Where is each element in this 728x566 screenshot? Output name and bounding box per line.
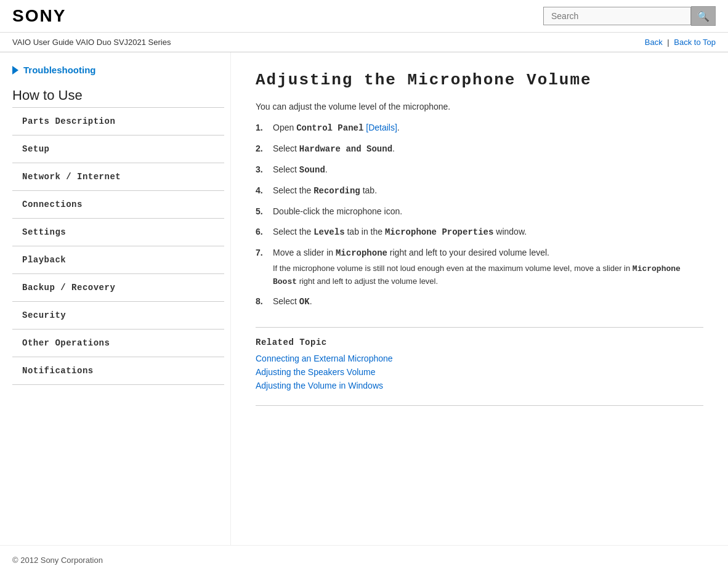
search-area: 🔍 [543, 6, 716, 26]
copyright-text: © 2012 Sony Corporation [12, 556, 103, 565]
main-container: Troubleshooting How to Use Parts Descrip… [0, 52, 728, 545]
step-1-link[interactable]: [Details] [366, 123, 397, 132]
sidebar-section-title[interactable]: Troubleshooting [12, 65, 224, 75]
related-link-1[interactable]: Connecting an External Microphone [256, 354, 703, 363]
step-4: 4. Select the Recording tab. [256, 184, 703, 198]
step-7-sub-bold: Microphone Boost [273, 264, 681, 286]
step-1-bold: Control Panel [296, 123, 363, 133]
step-1-text-before: Open [273, 123, 296, 132]
step-2-text-before: Select [273, 144, 299, 153]
sidebar-main-title: How to Use [12, 87, 224, 103]
step-1: 1. Open Control Panel [Details]. [256, 121, 703, 135]
sidebar-item-settings[interactable]: Settings [12, 219, 224, 246]
sidebar-item-playback[interactable]: Playback [12, 246, 224, 273]
search-button[interactable]: 🔍 [691, 6, 716, 26]
sidebar-item-network-internet[interactable]: Network / Internet [12, 163, 224, 190]
nav-separator: | [667, 38, 669, 47]
step-4-text-after: tab. [360, 185, 377, 195]
step-3-content: Select Sound. [273, 163, 703, 177]
step-8: 8. Select OK. [256, 295, 703, 309]
step-3-bold: Sound [299, 165, 325, 175]
sidebar-item-backup-recovery[interactable]: Backup / Recovery [12, 274, 224, 301]
content-area: Adjusting the Microphone Volume You can … [231, 52, 728, 545]
sidebar-item-security[interactable]: Security [12, 302, 224, 329]
intro-text: You can adjust the volume level of the m… [256, 102, 703, 111]
step-6-content: Select the Levels tab in the Microphone … [273, 225, 703, 239]
step-8-content: Select OK. [273, 295, 703, 309]
sidebar-divider [12, 384, 224, 385]
step-8-text-after: . [310, 296, 312, 306]
step-8-text-before: Select [273, 296, 299, 306]
step-8-bold: OK [299, 297, 310, 307]
step-1-text-after: . [397, 123, 400, 132]
back-link[interactable]: Back [645, 38, 663, 47]
step-7-content: Move a slider in Microphone right and le… [273, 246, 703, 288]
sub-header: VAIO User Guide VAIO Duo SVJ2021 Series … [0, 33, 728, 52]
step-7-bold: Microphone [336, 248, 387, 258]
step-4-text-before: Select the [273, 185, 313, 195]
step-5: 5. Double-click the microphone icon. [256, 205, 703, 218]
step-3-text-before: Select [273, 164, 299, 174]
sony-logo: SONY [12, 6, 66, 26]
sidebar-item-connections[interactable]: Connections [12, 191, 224, 218]
nav-links: Back | Back to Top [645, 38, 716, 47]
step-6-text-middle: tab in the [345, 227, 385, 237]
step-7-sub: If the microphone volume is still not lo… [273, 262, 703, 288]
step-6: 6. Select the Levels tab in the Micropho… [256, 225, 703, 239]
sidebar: Troubleshooting How to Use Parts Descrip… [0, 52, 231, 545]
step-2-bold: Hardware and Sound [299, 144, 392, 154]
step-6-text-before: Select the [273, 227, 313, 237]
guide-title: VAIO User Guide VAIO Duo SVJ2021 Series [12, 38, 171, 47]
related-link-3[interactable]: Adjusting the Volume in Windows [256, 381, 703, 390]
step-5-content: Double-click the microphone icon. [273, 205, 703, 218]
back-to-top-link[interactable]: Back to Top [674, 38, 716, 47]
step-2-content: Select Hardware and Sound. [273, 142, 703, 156]
step-3: 3. Select Sound. [256, 163, 703, 177]
step-4-content: Select the Recording tab. [273, 184, 703, 198]
sidebar-item-other-operations[interactable]: Other Operations [12, 329, 224, 357]
step-8-num: 8. [256, 295, 273, 308]
step-7: 7. Move a slider in Microphone right and… [256, 246, 703, 288]
step-1-num: 1. [256, 121, 273, 134]
bottom-divider [256, 405, 703, 406]
step-5-num: 5. [256, 205, 273, 218]
sidebar-item-parts-description[interactable]: Parts Description [12, 108, 224, 135]
step-7-text-before: Move a slider in [273, 248, 336, 257]
step-3-num: 3. [256, 163, 273, 176]
step-3-text-after: . [325, 164, 328, 174]
step-2-text-after: . [392, 144, 395, 153]
step-7-num: 7. [256, 246, 273, 259]
step-5-text-before: Double-click the microphone icon. [273, 206, 402, 216]
step-6-num: 6. [256, 225, 273, 238]
step-4-bold: Recording [313, 186, 360, 196]
sidebar-item-notifications[interactable]: Notifications [12, 357, 224, 384]
step-4-num: 4. [256, 184, 273, 197]
related-divider [256, 327, 703, 328]
related-title: Related Topic [256, 338, 703, 347]
search-icon: 🔍 [697, 10, 710, 22]
footer: © 2012 Sony Corporation [0, 545, 728, 566]
step-2-num: 2. [256, 142, 273, 155]
related-links: Connecting an External Microphone Adjust… [256, 354, 703, 390]
steps-list: 1. Open Control Panel [Details]. 2. Sele… [256, 121, 703, 309]
header: SONY 🔍 [0, 0, 728, 33]
related-link-2[interactable]: Adjusting the Speakers Volume [256, 367, 703, 377]
step-6-bold2: Microphone Properties [385, 227, 493, 237]
step-1-content: Open Control Panel [Details]. [273, 121, 703, 135]
step-6-bold: Levels [313, 227, 344, 237]
step-2: 2. Select Hardware and Sound. [256, 142, 703, 156]
sidebar-item-setup[interactable]: Setup [12, 135, 224, 163]
step-6-text-after: window. [493, 227, 527, 237]
step-7-text-after: right and left to your desired volume le… [387, 248, 549, 257]
page-title: Adjusting the Microphone Volume [256, 71, 703, 89]
search-input[interactable] [543, 7, 691, 25]
